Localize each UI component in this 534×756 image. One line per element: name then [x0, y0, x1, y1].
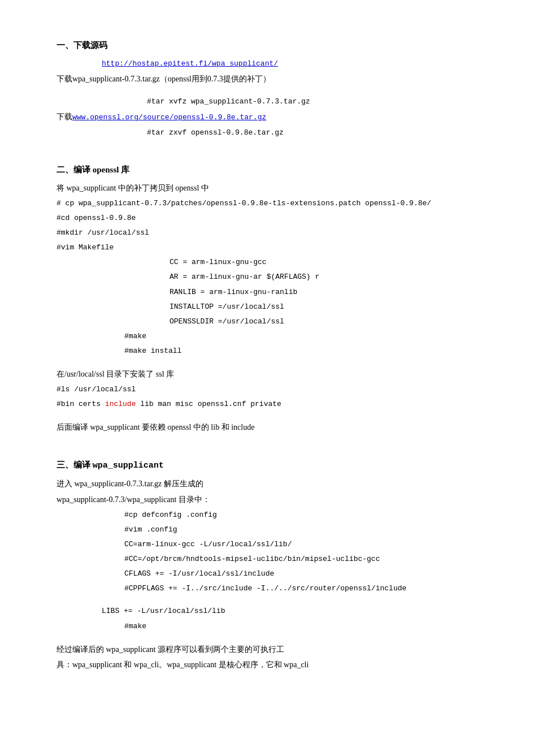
hostap-link[interactable]: http://hostap.epitest.fi/wpa_supplicant/	[102, 59, 278, 68]
depend-desc: 后面编译 wpa_supplicant 要依赖 openssl 中的 lib 和…	[57, 421, 489, 434]
section-3-title: 三、编译 wpa_supplicant	[57, 458, 489, 473]
openssl-link[interactable]: www.openssl.org/source/openssl-0.9.8e.ta…	[72, 113, 266, 122]
section-2-title-text: 二、编译 openssl 库	[57, 165, 129, 174]
ls-ssl-cmd: #ls /usr/local/ssl	[57, 383, 489, 396]
cflags-line: CFLAGS += -I/usr/local/ssl/include	[124, 568, 489, 580]
ls-include-highlight: include	[105, 400, 136, 408]
installtop-line: INSTALLTOP =/usr/local/ssl	[170, 301, 489, 313]
download-openssl-line: 下载www.openssl.org/source/openssl-0.9.8e.…	[57, 110, 489, 124]
vim-makefile-cmd: #vim Makefile	[57, 241, 489, 254]
section-1-title: 一、下载源码	[57, 38, 489, 53]
section-2-title: 二、编译 openssl 库	[57, 163, 489, 178]
libs-line: LIBS += -L/usr/local/ssl/lib	[102, 605, 489, 617]
ranlib-line: RANLIB = arm-linux-gnu-ranlib	[170, 286, 489, 299]
ar-line: AR = arm-linux-gnu-ar $(ARFLAGS) r	[170, 271, 489, 283]
make-cmd: #make	[124, 330, 489, 343]
cp-patch-cmd: # cp wpa_supplicant-0.7.3/patches/openss…	[57, 197, 489, 210]
section3-desc2: wpa_supplicant-0.7.3/wpa_supplicant 目录中：	[57, 493, 489, 507]
tar-wpa-cmd: #tar xvfz wpa_supplicant-0.7.3.tar.gz	[147, 96, 489, 108]
openssldir-line: OPENSSLDIR =/usr/local/ssl	[170, 316, 489, 328]
vim-config-cmd: #vim .config	[124, 524, 489, 536]
ls-output-line: #bin certs include lib man misc openssl.…	[57, 398, 489, 411]
mkdir-ssl-cmd: #mkdir /usr/local/ssl	[57, 227, 489, 239]
ssl-installed-desc: 在/usr/local/ssl 目录下安装了 ssl 库	[57, 368, 489, 381]
cppflags-line: #CPPFLAGS += -I../src/include -I../../sr…	[124, 582, 489, 595]
section3-desc1: 进入 wpa_supplicant-0.7.3.tar.gz 解压生成的	[57, 477, 489, 491]
after-compile-2: 具：wpa_supplicant 和 wpa_cli。wpa_supplican…	[57, 658, 489, 672]
cc-opt-line: #CC=/opt/brcm/hndtools-mipsel-uclibc/bin…	[124, 553, 489, 565]
tar-openssl-cmd: #tar zxvf openssl-0.9.8e.tar.gz	[147, 127, 489, 139]
section2-desc: 将 wpa_supplicant 中的补丁拷贝到 openssl 中	[57, 182, 489, 195]
after-compile-1: 经过编译后的 wpa_supplicant 源程序可以看到两个主要的可执行工	[57, 643, 489, 656]
cd-openssl-cmd: #cd openssl-0.9.8e	[57, 212, 489, 224]
ls-output-pre: #bin certs	[57, 400, 105, 408]
ls-output-post: lib man misc openssl.cnf private	[136, 400, 281, 408]
section-1-title-text: 一、下载源码	[57, 41, 107, 50]
download-prefix: 下载	[57, 113, 72, 121]
make-install-cmd: #make install	[124, 345, 489, 357]
make-wpa-cmd: #make	[124, 620, 489, 633]
download-wpa-desc: 下载wpa_supplicant-0.7.3.tar.gz（openssl用到0…	[57, 72, 489, 86]
hostap-link-line: http://hostap.epitest.fi/wpa_supplicant/	[102, 58, 489, 70]
cc-wpa-line: CC=arm-linux-gcc -L/usr/local/ssl/lib/	[124, 538, 489, 551]
cc-line: CC = arm-linux-gnu-gcc	[170, 256, 489, 269]
section-3-title-text: 三、编译 wpa_supplicant	[57, 460, 164, 469]
cp-defconfig-cmd: #cp defconfig .config	[124, 509, 489, 521]
